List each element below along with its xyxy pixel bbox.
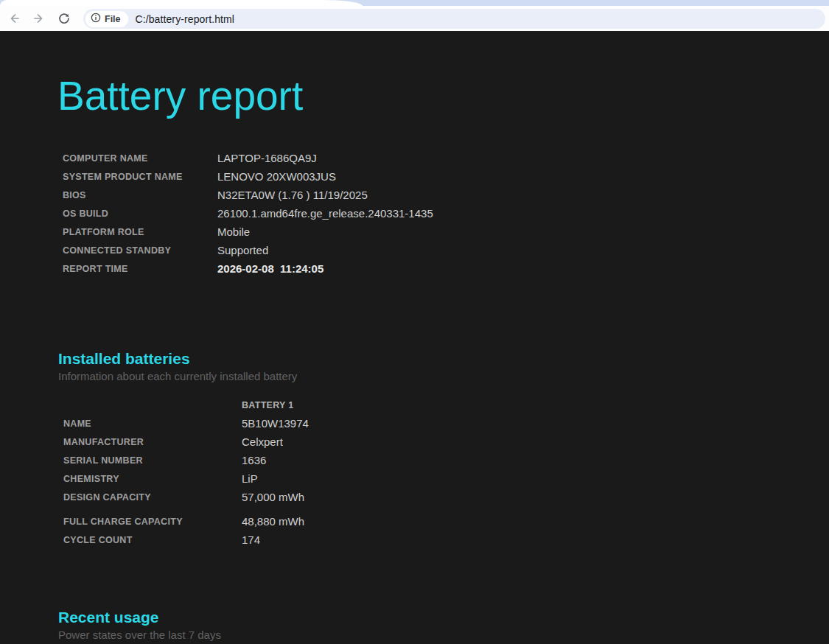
table-row: REPORT TIME 2026-02-08 11:24:05 [63, 259, 433, 278]
browser-toolbar: File C:/battery-report.html [0, 6, 829, 31]
table-row: CYCLE COUNT 174 [63, 531, 309, 549]
table-row: SERIAL NUMBER 1636 [63, 451, 309, 469]
battery-column-header-row: BATTERY 1 [63, 396, 309, 414]
file-chip-label: File [105, 14, 121, 24]
row-label: CHEMISTRY [63, 474, 242, 484]
row-gap [63, 506, 309, 512]
table-row: FULL CHARGE CAPACITY 48,880 mWh [63, 512, 309, 531]
row-value: 57,000 mWh [242, 491, 304, 503]
row-label: COMPUTER NAME [63, 153, 217, 164]
table-row: SYSTEM PRODUCT NAME LENOVO 20XW003JUS [63, 167, 433, 186]
row-label: OS BUILD [63, 209, 217, 219]
row-label: SYSTEM PRODUCT NAME [63, 172, 217, 182]
table-row: MANUFACTURER Celxpert [63, 433, 309, 451]
site-info-chip[interactable]: File [85, 11, 128, 27]
row-value: N32ETA0W (1.76 ) 11/19/2025 [217, 189, 368, 201]
table-row: OS BUILD 26100.1.amd64fre.ge_release.240… [63, 204, 433, 223]
battery-column-header: BATTERY 1 [242, 400, 294, 410]
back-arrow-icon [8, 13, 20, 24]
table-row: BIOS N32ETA0W (1.76 ) 11/19/2025 [63, 186, 433, 204]
recent-usage-subtitle: Power states over the last 7 days [58, 629, 221, 642]
page-title: Battery report [57, 74, 303, 118]
tab-strip [0, 0, 829, 6]
info-icon [91, 13, 101, 25]
url-text[interactable]: C:/battery-report.html [136, 13, 234, 25]
table-row: NAME 5B10W13974 [63, 414, 309, 433]
battery-table: BATTERY 1 NAME 5B10W13974 MANUFACTURER C… [63, 396, 309, 549]
row-value: 48,880 mWh [242, 515, 304, 528]
forward-arrow-icon [33, 13, 45, 24]
report-time-value: 2026-02-08 11:24:05 [217, 262, 323, 275]
table-row: CONNECTED STANDBY Supported [63, 241, 433, 259]
row-label: PLATFORM ROLE [63, 227, 217, 237]
row-value: Celxpert [242, 435, 283, 448]
row-value: Supported [217, 244, 268, 256]
row-value: 1636 [242, 454, 266, 466]
system-info-table: COMPUTER NAME LAPTOP-1686QA9J SYSTEM PRO… [63, 149, 433, 278]
active-tab[interactable] [0, 0, 363, 6]
battery-report-page: Battery report COMPUTER NAME LAPTOP-1686… [0, 31, 829, 644]
forward-button[interactable] [29, 9, 49, 28]
back-button[interactable] [4, 9, 24, 28]
row-value: 26100.1.amd64fre.ge_release.240331-1435 [217, 207, 433, 220]
row-label: FULL CHARGE CAPACITY [63, 517, 242, 527]
row-label: CYCLE COUNT [63, 535, 242, 545]
row-label: SERIAL NUMBER [63, 455, 242, 466]
table-row: COMPUTER NAME LAPTOP-1686QA9J [63, 149, 433, 167]
row-value: LAPTOP-1686QA9J [217, 152, 317, 164]
row-value: LENOVO 20XW003JUS [217, 170, 336, 183]
row-value: 5B10W13974 [242, 417, 309, 430]
recent-usage-heading: Recent usage [58, 608, 159, 627]
installed-batteries-subtitle: Information about each currently install… [58, 370, 297, 383]
installed-batteries-heading: Installed batteries [58, 349, 190, 368]
row-label: BIOS [63, 190, 217, 200]
reload-icon [58, 13, 70, 24]
row-value: LiP [242, 472, 258, 485]
row-value: 174 [242, 533, 260, 546]
row-label: REPORT TIME [63, 264, 217, 274]
table-row: DESIGN CAPACITY 57,000 mWh [63, 488, 309, 506]
row-label: MANUFACTURER [63, 437, 242, 447]
address-bar[interactable]: File C:/battery-report.html [83, 9, 825, 29]
reload-button[interactable] [55, 9, 74, 28]
table-row: PLATFORM ROLE Mobile [63, 223, 433, 241]
row-value: Mobile [217, 225, 250, 238]
row-label: DESIGN CAPACITY [63, 492, 242, 503]
row-label: NAME [63, 419, 242, 429]
row-label: CONNECTED STANDBY [63, 245, 217, 256]
table-row: CHEMISTRY LiP [63, 469, 309, 488]
